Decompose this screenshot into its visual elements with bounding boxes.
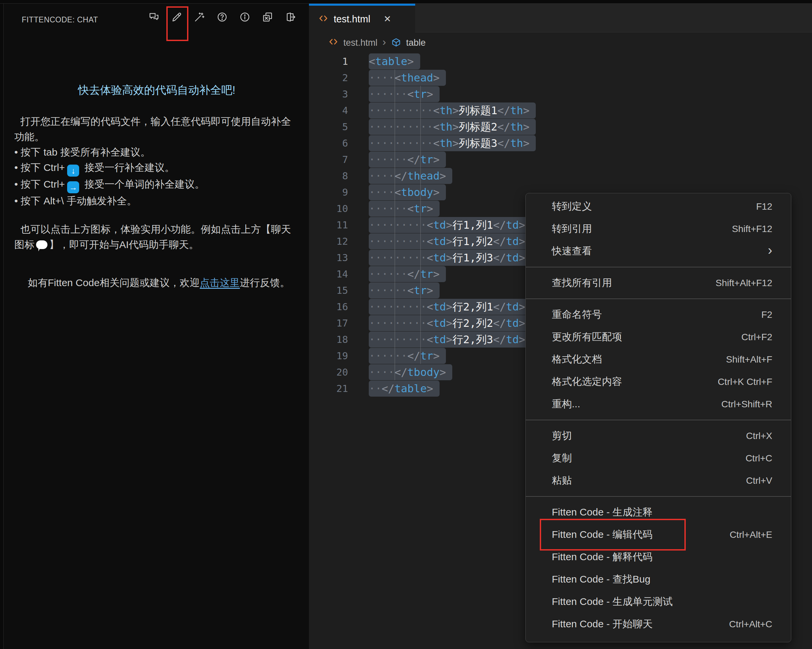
whitespace-dots: ······ bbox=[369, 153, 408, 166]
menu-item[interactable]: 更改所有匹配项Ctrl+F2 bbox=[526, 326, 791, 348]
menu-item-shortcut: Shift+Alt+F12 bbox=[716, 278, 772, 288]
help-icon[interactable] bbox=[216, 11, 228, 23]
menu-item[interactable]: 重构...Ctrl+Shift+R bbox=[526, 393, 791, 415]
empty-tab-strip bbox=[415, 4, 812, 32]
tab-close-icon[interactable]: ✕ bbox=[384, 14, 391, 24]
code-line-content[interactable]: <table> bbox=[369, 53, 420, 69]
sparkles-icon[interactable] bbox=[194, 11, 205, 23]
code-line: 2····<thead> bbox=[309, 69, 812, 86]
menu-item[interactable]: 快速查看› bbox=[526, 240, 791, 262]
code-line-content[interactable]: ·········<td>行1,列3</td> bbox=[369, 250, 532, 266]
menu-item-label: Fitten Code - 解释代码 bbox=[552, 550, 772, 564]
selection-highlight: ··········<th>列标题2</th> bbox=[369, 119, 536, 135]
tag-token: tr bbox=[420, 153, 433, 166]
code-line: 5··········<th>列标题2</th> bbox=[309, 119, 812, 135]
code-line-content[interactable]: ··········<th>列标题2</th> bbox=[369, 119, 536, 135]
menu-item-label: Fitten Code - 查找Bug bbox=[552, 573, 772, 586]
whitespace-dots: ···· bbox=[369, 366, 394, 379]
punct-token: < bbox=[394, 186, 401, 199]
code-line-content[interactable]: ····</tbody> bbox=[369, 364, 452, 380]
menu-item-label: Fitten Code - 开始聊天 bbox=[552, 617, 729, 631]
punct-token: </ bbox=[382, 382, 395, 395]
text-token: 行2,列2 bbox=[452, 317, 493, 329]
code-line-content[interactable]: ··</table> bbox=[369, 381, 440, 397]
code-line: 6··········<th>列标题3</th> bbox=[309, 135, 812, 151]
line-number: 2 bbox=[309, 72, 369, 84]
menu-item[interactable]: 复制Ctrl+C bbox=[526, 447, 791, 469]
code-line-content[interactable]: ··········<th>列标题3</th> bbox=[369, 135, 536, 151]
tip-list-item: • 按下 Ctrl+↓ 接受一行补全建议。 bbox=[14, 160, 299, 177]
code-line-content[interactable]: ····<thead> bbox=[369, 70, 446, 86]
code-line-content[interactable]: ··········<th>列标题1</th> bbox=[369, 102, 536, 119]
menu-separator bbox=[526, 267, 791, 267]
punct-token: > bbox=[446, 317, 452, 329]
text-run: 按下 Ctrl+ bbox=[21, 162, 65, 173]
whitespace-dots: ········· bbox=[369, 317, 427, 329]
menu-item[interactable]: 转到引用Shift+F12 bbox=[526, 218, 791, 240]
menu-item[interactable]: 粘贴Ctrl+V bbox=[526, 469, 791, 492]
text-token: 行1,列2 bbox=[452, 235, 493, 248]
menu-item-label: 查找所有引用 bbox=[552, 276, 716, 290]
punct-token: > bbox=[446, 300, 452, 313]
tip-list-item: • 按下 Alt+\ 手动触发补全。 bbox=[14, 193, 299, 209]
menu-item[interactable]: Fitten Code - 查找Bug bbox=[526, 568, 791, 591]
line-number: 15 bbox=[309, 285, 369, 296]
code-line: 4··········<th>列标题1</th> bbox=[309, 102, 812, 119]
code-line-content[interactable]: ······<tr> bbox=[369, 86, 440, 102]
menu-item[interactable]: 格式化选定内容Ctrl+K Ctrl+F bbox=[526, 370, 791, 393]
code-line-content[interactable]: ······</tr> bbox=[369, 266, 446, 282]
code-line-content[interactable]: ·········<td>行1,列2</td> bbox=[369, 233, 532, 249]
text-run: 进行反馈。 bbox=[240, 277, 290, 288]
menu-item[interactable]: 重命名符号F2 bbox=[526, 303, 791, 326]
code-line-content[interactable]: ····<tbody> bbox=[369, 184, 446, 200]
selection-highlight: ·········<td>行2,列3</td> bbox=[369, 332, 532, 347]
tab-label: test.html bbox=[334, 14, 371, 25]
code-line-content[interactable]: ····</thead> bbox=[369, 168, 452, 184]
tag-token: td bbox=[506, 317, 519, 329]
info-icon[interactable] bbox=[239, 11, 251, 23]
breadcrumb-symbol[interactable]: table bbox=[406, 38, 426, 48]
punct-token: </ bbox=[493, 317, 506, 329]
text-run: 】，即可开始与AI代码助手聊天。 bbox=[49, 239, 199, 250]
feedback-paragraph: 如有Fitten Code相关问题或建议，欢迎点击这里进行反馈。 bbox=[14, 275, 299, 291]
punct-token: < bbox=[394, 72, 401, 84]
comment-discussion-icon[interactable] bbox=[148, 11, 160, 23]
text-token: 列标题2 bbox=[459, 120, 498, 133]
menu-item[interactable]: 转到定义F12 bbox=[526, 195, 791, 218]
menu-item[interactable]: Fitten Code - 开始聊天Ctrl+Alt+C bbox=[526, 613, 791, 635]
close-all-icon[interactable] bbox=[261, 11, 273, 23]
code-line-content[interactable]: ·········<td>行2,列2</td> bbox=[369, 315, 532, 331]
menu-item-shortcut: Ctrl+X bbox=[746, 431, 772, 441]
punct-token: > bbox=[519, 300, 525, 313]
line-number: 18 bbox=[309, 334, 369, 345]
menu-item[interactable]: Fitten Code - 生成单元测试 bbox=[526, 591, 791, 613]
menu-item[interactable]: 查找所有引用Shift+Alt+F12 bbox=[526, 272, 791, 294]
key-icon-right: → bbox=[67, 181, 79, 193]
punct-token: > bbox=[433, 72, 440, 84]
punct-token: < bbox=[427, 219, 433, 232]
code-line: 8····</thead> bbox=[309, 168, 812, 184]
text-token: 行2,列1 bbox=[452, 300, 493, 313]
code-line-content[interactable]: ······<tr> bbox=[369, 282, 440, 299]
selection-highlight: ··········<th>列标题3</th> bbox=[369, 135, 536, 151]
menu-item[interactable]: 剪切Ctrl+X bbox=[526, 425, 791, 447]
code-line-content[interactable]: ·········<td>行1,列1</td> bbox=[369, 217, 532, 233]
tab-test-html[interactable]: test.html ✕ bbox=[309, 4, 415, 32]
menu-item[interactable]: Fitten Code - 编辑代码Ctrl+Alt+E bbox=[526, 524, 791, 546]
code-line-content[interactable]: ······<tr> bbox=[369, 201, 440, 217]
line-number: 20 bbox=[309, 367, 369, 378]
code-line-content[interactable]: ······</tr> bbox=[369, 152, 446, 168]
code-line-content[interactable]: ·········<td>行2,列1</td> bbox=[369, 299, 532, 315]
menu-item[interactable]: 格式化文档Shift+Alt+F bbox=[526, 348, 791, 370]
punct-token: < bbox=[408, 284, 414, 297]
feedback-link[interactable]: 点击这里 bbox=[200, 277, 240, 288]
code-line-content[interactable]: ······</tr> bbox=[369, 348, 446, 364]
menu-item-label: 粘贴 bbox=[552, 474, 746, 488]
symbol-cube-icon bbox=[391, 37, 401, 48]
sign-out-icon[interactable] bbox=[284, 11, 296, 23]
submenu-chevron-icon: › bbox=[768, 243, 772, 259]
menu-item-label: 格式化选定内容 bbox=[552, 375, 718, 388]
tag-token: tbody bbox=[408, 366, 440, 379]
code-line-content[interactable]: ·········<td>行2,列3</td> bbox=[369, 332, 532, 347]
breadcrumb-file[interactable]: test.html bbox=[343, 38, 377, 48]
